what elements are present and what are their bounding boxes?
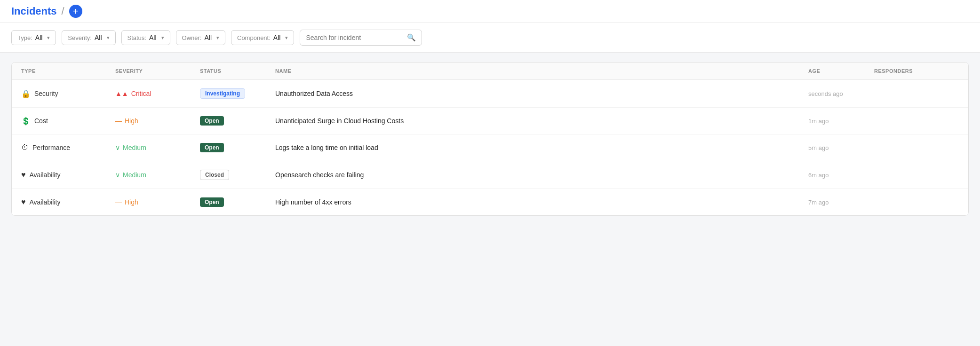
table-header: TYPE SEVERITY STATUS NAME AGE RESPONDERS — [12, 63, 968, 80]
type-filter[interactable]: Type: All ▾ — [11, 30, 56, 45]
status-filter[interactable]: Status: All ▾ — [121, 30, 170, 45]
severity-icon: ∨ — [115, 144, 120, 151]
table-row[interactable]: ♥ Availability — High Open High number o… — [12, 189, 968, 215]
title-separator: / — [62, 5, 64, 17]
severity-cell: — High — [115, 117, 200, 125]
severity-cell: — High — [115, 198, 200, 206]
type-label: Cost — [34, 117, 48, 125]
table-body: 🔒 Security ▲▲ Critical Investigating Una… — [12, 80, 968, 215]
type-icon: ⏱ — [21, 143, 29, 152]
severity-label: Medium — [123, 171, 146, 179]
incident-name: High number of 4xx errors — [275, 198, 808, 206]
component-filter-value: All — [273, 34, 281, 41]
severity-label: Critical — [131, 90, 151, 97]
status-filter-label: Status: — [127, 34, 146, 41]
owner-filter-chevron-icon: ▾ — [216, 35, 219, 41]
type-cell: 💲 Cost — [21, 117, 115, 126]
table-row[interactable]: ⏱ Performance ∨ Medium Open Logs take a … — [12, 134, 968, 161]
col-severity: SEVERITY — [115, 68, 200, 74]
type-icon: ♥ — [21, 171, 26, 179]
filters-bar: Type: All ▾ Severity: All ▾ Status: All … — [0, 23, 980, 53]
status-cell: Closed — [200, 170, 275, 180]
col-responders: RESPONDERS — [874, 68, 959, 74]
type-label: Security — [34, 90, 58, 97]
incident-age: seconds ago — [808, 90, 874, 97]
status-badge: Closed — [200, 170, 229, 180]
severity-filter-label: Severity: — [68, 34, 92, 41]
main-content: TYPE SEVERITY STATUS NAME AGE RESPONDERS… — [0, 53, 980, 225]
table-row[interactable]: 🔒 Security ▲▲ Critical Investigating Una… — [12, 80, 968, 108]
severity-filter[interactable]: Severity: All ▾ — [62, 30, 115, 45]
owner-filter[interactable]: Owner: All ▾ — [176, 30, 225, 45]
incident-age: 6m ago — [808, 172, 874, 179]
severity-cell: ▲▲ Critical — [115, 90, 200, 97]
status-filter-value: All — [149, 34, 157, 41]
component-filter[interactable]: Component: All ▾ — [231, 30, 294, 45]
type-label: Availability — [30, 171, 61, 179]
type-icon: ♥ — [21, 198, 26, 206]
incidents-table: TYPE SEVERITY STATUS NAME AGE RESPONDERS… — [11, 62, 969, 216]
type-icon: 💲 — [21, 117, 31, 126]
type-cell: ♥ Availability — [21, 198, 115, 206]
incident-age: 5m ago — [808, 144, 874, 151]
severity-filter-chevron-icon: ▾ — [107, 35, 110, 41]
type-filter-value: All — [35, 34, 43, 41]
col-age: AGE — [808, 68, 874, 74]
severity-icon: — — [115, 117, 122, 125]
incident-name: Unauthorized Data Access — [275, 90, 808, 97]
incident-name: Logs take a long time on initial load — [275, 144, 808, 151]
type-label: Performance — [32, 144, 70, 151]
type-filter-label: Type: — [17, 34, 32, 41]
status-badge: Investigating — [200, 88, 245, 99]
severity-icon: ▲▲ — [115, 90, 128, 97]
incident-name: Unanticipated Surge in Cloud Hosting Cos… — [275, 117, 808, 125]
owner-filter-value: All — [204, 34, 212, 41]
search-icon: 🔍 — [407, 33, 416, 42]
severity-label: High — [125, 198, 138, 206]
status-badge: Open — [200, 143, 224, 152]
owner-filter-label: Owner: — [182, 34, 202, 41]
incident-name: Opensearch checks are failing — [275, 171, 808, 179]
top-bar: Incidents / + — [0, 0, 980, 23]
type-icon: 🔒 — [21, 89, 31, 98]
search-box[interactable]: 🔍 — [300, 30, 422, 46]
severity-cell: ∨ Medium — [115, 171, 200, 179]
table-row[interactable]: 💲 Cost — High Open Unanticipated Surge i… — [12, 108, 968, 134]
col-status: STATUS — [200, 68, 275, 74]
table-row[interactable]: ♥ Availability ∨ Medium Closed Opensearc… — [12, 161, 968, 189]
status-filter-chevron-icon: ▾ — [161, 35, 164, 41]
incident-age: 7m ago — [808, 199, 874, 206]
search-input[interactable] — [306, 34, 403, 41]
severity-icon: ∨ — [115, 171, 120, 179]
status-badge: Open — [200, 197, 224, 207]
type-cell: ♥ Availability — [21, 171, 115, 179]
status-cell: Investigating — [200, 88, 275, 99]
component-filter-chevron-icon: ▾ — [285, 35, 288, 41]
col-type: TYPE — [21, 68, 115, 74]
type-filter-chevron-icon: ▾ — [47, 35, 50, 41]
severity-cell: ∨ Medium — [115, 144, 200, 151]
type-cell: ⏱ Performance — [21, 143, 115, 152]
component-filter-label: Component: — [237, 34, 271, 41]
type-cell: 🔒 Security — [21, 89, 115, 98]
severity-label: High — [125, 117, 138, 125]
status-cell: Open — [200, 143, 275, 152]
col-name: NAME — [275, 68, 808, 74]
incident-age: 1m ago — [808, 118, 874, 125]
status-cell: Open — [200, 116, 275, 126]
severity-icon: — — [115, 198, 122, 206]
status-cell: Open — [200, 197, 275, 207]
add-incident-button[interactable]: + — [69, 5, 82, 18]
type-label: Availability — [30, 198, 61, 206]
severity-label: Medium — [123, 144, 146, 151]
status-badge: Open — [200, 116, 224, 126]
page-title: Incidents — [11, 5, 57, 17]
severity-filter-value: All — [95, 34, 102, 41]
